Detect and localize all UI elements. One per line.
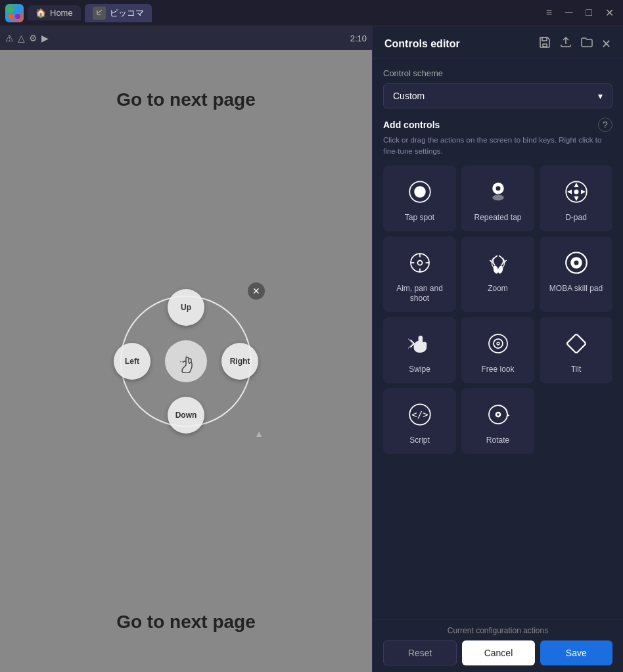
minimize-button[interactable]: ─ <box>561 5 576 20</box>
script-icon: </> <box>404 399 436 430</box>
svg-marker-42 <box>506 413 509 416</box>
moba-skill-pad-label: MOBA skill pad <box>549 284 603 294</box>
toolbar-icons: ⚠ △ ⚙ ▶ <box>5 33 49 43</box>
svg-point-18 <box>574 189 578 194</box>
reset-button[interactable]: Reset <box>383 640 457 665</box>
maximize-button[interactable]: □ <box>582 5 596 20</box>
tilt-icon <box>561 328 592 359</box>
svg-point-1 <box>15 7 20 12</box>
free-look-icon <box>482 328 514 359</box>
repeated-tap-label: Repeated tap <box>474 213 521 223</box>
cancel-button[interactable]: Cancel <box>462 640 534 665</box>
tap-spot-icon <box>404 176 436 208</box>
toolbar-warning-icon[interactable]: ⚠ <box>5 33 14 43</box>
aim-pan-shoot-icon <box>404 247 436 279</box>
add-controls-header: Add controls ? <box>383 118 612 132</box>
d-pad-label: D-pad <box>565 213 587 223</box>
go-next-page-top: Go to next page <box>116 89 256 110</box>
control-card-zoom[interactable]: Zoom <box>461 236 534 312</box>
add-controls-desc: Click or drag the actions on the screen … <box>383 135 612 158</box>
toolbar-time: 2:10 <box>350 34 367 43</box>
home-icon: 🏠 <box>35 8 46 18</box>
control-card-moba-skill-pad[interactable]: MOBA skill pad <box>540 236 612 312</box>
home-tab[interactable]: 🏠 Home <box>28 5 81 20</box>
titlebar: 🏠 Home ピ ピッコマ ≡ ─ □ ✕ <box>0 0 623 26</box>
save-button[interactable]: Save <box>540 640 612 665</box>
svg-text:</>: </> <box>411 409 428 420</box>
footer-buttons: Reset Cancel Save <box>383 640 612 665</box>
panel-export-icon[interactable] <box>559 35 572 52</box>
dpad-resize-handle[interactable]: ▲ <box>254 428 264 439</box>
emulator-content: Go to next page ✕ Up Down Left Right ↕ ↔ <box>0 50 372 672</box>
svg-point-35 <box>497 342 499 344</box>
panel-body: Control scheme Custom ▾ Add controls ? C… <box>373 59 623 619</box>
zoom-label: Zoom <box>488 284 508 294</box>
control-card-swipe[interactable]: Swipe <box>383 317 456 383</box>
svg-marker-17 <box>581 189 586 194</box>
rotate-icon <box>482 399 514 430</box>
control-card-free-look[interactable]: Free look <box>461 317 534 383</box>
svg-marker-15 <box>574 196 578 201</box>
svg-marker-16 <box>567 189 572 194</box>
scheme-selected-value: Custom <box>393 91 425 101</box>
dpad-left-button[interactable]: Left <box>114 343 150 380</box>
window-controls: ≡ ─ □ ✕ <box>542 5 618 20</box>
dpad-right-button[interactable]: Right <box>221 343 258 380</box>
tap-spot-label: Tap spot <box>405 213 434 223</box>
toolbar-play-icon[interactable]: ▶ <box>41 33 49 43</box>
control-card-rotate[interactable]: Rotate <box>461 388 534 454</box>
svg-point-9 <box>414 186 426 198</box>
svg-point-0 <box>9 7 14 12</box>
swipe-label: Swipe <box>409 365 430 375</box>
toolbar-triangle-icon[interactable]: △ <box>18 33 25 43</box>
dpad-down-button[interactable]: Down <box>168 397 204 434</box>
emulator-toolbar: ⚠ △ ⚙ ▶ 2:10 <box>0 26 372 50</box>
panel-header: Controls editor <box>373 26 623 59</box>
current-config-label: Current configuration actions <box>383 626 612 635</box>
svg-point-2 <box>9 14 14 19</box>
svg-point-12 <box>492 194 504 200</box>
control-card-script[interactable]: </> Script <box>383 388 456 454</box>
close-button[interactable]: ✕ <box>601 5 618 20</box>
dpad-up-button[interactable]: Up <box>168 289 204 326</box>
svg-marker-14 <box>574 183 578 187</box>
repeated-tap-icon <box>482 176 514 208</box>
svg-point-41 <box>497 413 499 416</box>
add-controls-help-icon[interactable]: ? <box>598 118 612 132</box>
d-pad-icon <box>561 176 592 208</box>
swipe-icon <box>404 328 436 359</box>
toolbar-settings-icon[interactable]: ⚙ <box>29 33 37 43</box>
svg-rect-6 <box>543 44 547 47</box>
dpad-center: ↕ ↔ <box>165 340 207 382</box>
panel-title: Controls editor <box>384 38 460 50</box>
zoom-icon <box>482 247 514 279</box>
main-layout: ⚠ △ ⚙ ▶ 2:10 Go to next page ✕ Up Down L… <box>0 26 623 672</box>
control-card-tap-spot[interactable]: Tap spot <box>383 166 456 231</box>
script-label: Script <box>409 436 430 446</box>
free-look-label: Free look <box>481 365 514 375</box>
control-card-tilt[interactable]: Tilt <box>540 317 612 383</box>
svg-point-3 <box>15 14 20 19</box>
add-controls-section: Add controls ? Click or drag the actions… <box>383 118 612 158</box>
scheme-dropdown[interactable]: Custom ▾ <box>383 83 612 108</box>
svg-point-26 <box>497 265 503 274</box>
add-controls-title: Add controls <box>383 120 440 130</box>
panel-close-button[interactable]: ✕ <box>601 37 611 51</box>
app-logo <box>5 4 24 22</box>
tilt-label: Tilt <box>571 365 582 375</box>
scheme-row: Custom ▾ <box>383 83 612 108</box>
app-tab-label: ピッコマ <box>110 7 144 19</box>
moba-skill-pad-icon <box>561 247 592 279</box>
dpad-close-button[interactable]: ✕ <box>248 282 265 300</box>
control-card-aim-pan-shoot[interactable]: Aim, pan and shoot <box>383 236 456 312</box>
control-card-repeated-tap[interactable]: Repeated tap <box>461 166 534 231</box>
svg-rect-7 <box>542 37 547 41</box>
panel-folder-icon[interactable] <box>580 35 593 52</box>
app-tab[interactable]: ピ ピッコマ <box>85 4 152 22</box>
controls-panel: Controls editor <box>372 26 623 672</box>
panel-save-icon[interactable] <box>538 35 551 52</box>
control-card-d-pad[interactable]: D-pad <box>540 166 612 231</box>
menu-button[interactable]: ≡ <box>542 5 556 20</box>
dpad-control[interactable]: ✕ Up Down Left Right ↕ ↔ <box>114 289 258 434</box>
svg-point-11 <box>496 186 500 190</box>
